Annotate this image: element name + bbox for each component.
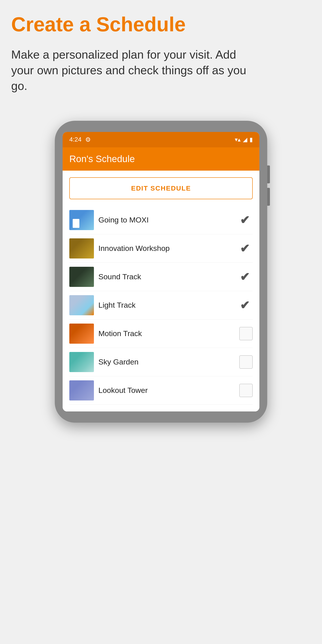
schedule-item-moxi[interactable]: Going to MOXI bbox=[69, 206, 253, 234]
status-bar: 4:24 ⚙ ▾▴ ◢ ▮ bbox=[62, 132, 260, 147]
phone-screen: 4:24 ⚙ ▾▴ ◢ ▮ Ron's Schedule bbox=[62, 132, 260, 412]
page-title-plain: Create a bbox=[11, 13, 96, 36]
volume-up-button bbox=[267, 166, 270, 183]
status-time: 4:24 bbox=[69, 136, 82, 143]
status-bar-right: ▾▴ ◢ ▮ bbox=[235, 136, 253, 143]
edit-schedule-button[interactable]: EDIT SCHEDULE bbox=[69, 177, 253, 199]
checkbox-sky[interactable] bbox=[239, 355, 253, 369]
item-label-sound: Sound Track bbox=[98, 272, 232, 281]
settings-icon: ⚙ bbox=[85, 136, 91, 143]
checkmark-innovation[interactable] bbox=[237, 240, 253, 256]
phone-wrapper: 4:24 ⚙ ▾▴ ◢ ▮ Ron's Schedule bbox=[11, 121, 311, 422]
volume-down-button bbox=[267, 188, 270, 206]
schedule-item-innovation[interactable]: Innovation Workshop bbox=[69, 234, 253, 263]
toolbar-title: Ron's Schedule bbox=[69, 154, 135, 164]
page-description: Make a personalized plan for your visit.… bbox=[11, 47, 257, 94]
item-image-moxi bbox=[69, 210, 94, 230]
schedule-item-motion[interactable]: Motion Track bbox=[69, 320, 253, 348]
edit-schedule-button-label: EDIT SCHEDULE bbox=[131, 184, 191, 192]
item-label-moxi: Going to MOXI bbox=[98, 216, 232, 224]
app-toolbar: Ron's Schedule bbox=[62, 147, 260, 170]
item-label-lookout: Lookout Tower bbox=[98, 386, 235, 395]
item-label-motion: Motion Track bbox=[98, 329, 235, 338]
content-area: EDIT SCHEDULE Going to MOXI Innovation W… bbox=[62, 170, 260, 412]
item-image-innovation bbox=[69, 238, 94, 258]
phone-mockup: 4:24 ⚙ ▾▴ ◢ ▮ Ron's Schedule bbox=[55, 121, 267, 422]
status-bar-left: 4:24 ⚙ bbox=[69, 136, 91, 143]
schedule-item-sound[interactable]: Sound Track bbox=[69, 263, 253, 291]
checkbox-motion[interactable] bbox=[239, 327, 253, 340]
checkmark-light[interactable] bbox=[237, 298, 253, 313]
battery-icon: ▮ bbox=[250, 136, 253, 143]
item-label-innovation: Innovation Workshop bbox=[98, 244, 232, 253]
checkbox-lookout[interactable] bbox=[239, 384, 253, 397]
page-container: Create a Schedule Make a personalized pl… bbox=[0, 0, 322, 440]
item-image-sound bbox=[69, 267, 94, 287]
page-title: Create a Schedule bbox=[11, 14, 311, 36]
page-title-highlight: Schedule bbox=[96, 13, 186, 36]
schedule-item-lookout[interactable]: Lookout Tower bbox=[69, 376, 253, 405]
item-label-sky: Sky Garden bbox=[98, 358, 235, 366]
item-label-light: Light Track bbox=[98, 301, 232, 310]
schedule-item-sky[interactable]: Sky Garden bbox=[69, 348, 253, 376]
signal-icon: ◢ bbox=[243, 136, 247, 143]
wifi-icon: ▾▴ bbox=[235, 136, 240, 143]
schedule-item-light[interactable]: Light Track bbox=[69, 291, 253, 320]
item-image-light bbox=[69, 295, 94, 315]
item-image-lookout bbox=[69, 380, 94, 400]
checkmark-moxi[interactable] bbox=[237, 212, 253, 228]
checkmark-sound[interactable] bbox=[237, 269, 253, 285]
item-image-motion bbox=[69, 324, 94, 344]
item-image-sky bbox=[69, 352, 94, 372]
